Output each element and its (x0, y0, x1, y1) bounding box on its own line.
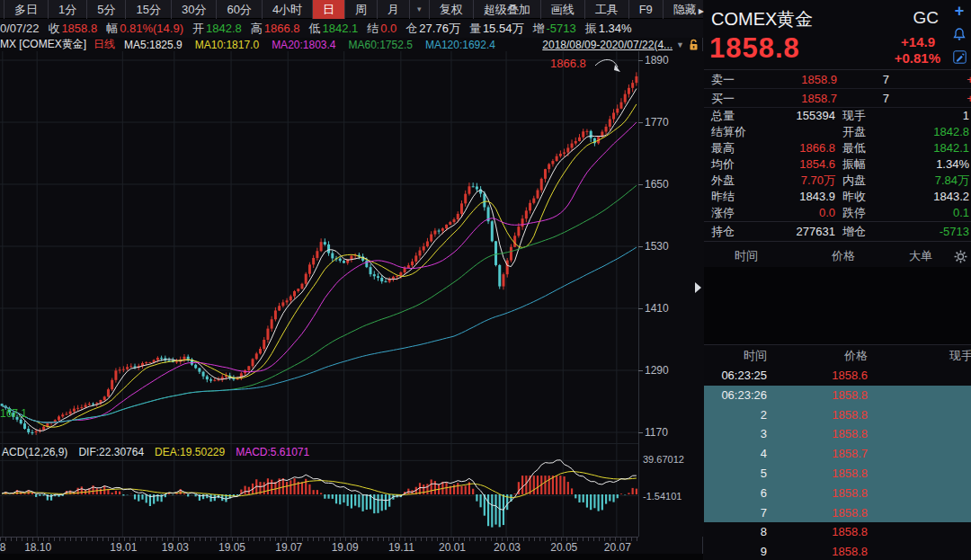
edit-pencil-icon[interactable] (949, 50, 969, 70)
time-sales-row[interactable]: 81858.81 (704, 522, 971, 542)
date-range-label[interactable]: 2018/08/09-2020/07/22(4... (542, 39, 673, 51)
time-axis: 818.1019.0119.0319.0519.0719.0919.1120.0… (0, 537, 638, 554)
period-tab-15分[interactable]: 15分 (126, 0, 171, 19)
macd-axis-min: -1.54101 (643, 491, 681, 502)
ohlc-item: 开1842.8 (192, 21, 242, 37)
ohlc-label: 开 (192, 22, 204, 35)
ohlc-label: 高 (251, 22, 263, 35)
period-tabs: 多日1分5分15分30分60分4小时日周月 (4, 0, 410, 19)
ohlc-info-bar: 0/07/22 收1858.8幅0.81%(14.9)开1842.8高1866.… (0, 19, 703, 38)
time-tick-8: 8 (0, 541, 6, 554)
toolbar-button-5[interactable]: F9 (629, 0, 664, 19)
ma-label: MA10:1817.0 (195, 39, 259, 51)
price-change: +14.9 (901, 34, 935, 49)
period-tab-月[interactable]: 月 (378, 0, 410, 19)
bottom-strip (0, 554, 703, 560)
time-tick-20.03: 20.03 (494, 541, 521, 554)
ts-volume: 1 (876, 366, 971, 386)
price-axis: 1890177016501530141012901170 39.67012 -1… (638, 51, 703, 537)
depth-row-买一[interactable]: 买一1858.77+1 (704, 89, 971, 108)
high-price-annotation: 1866.8 (550, 57, 586, 70)
period-tab-30分[interactable]: 30分 (172, 0, 217, 19)
period-tab-多日[interactable]: 多日 (4, 0, 49, 19)
period-tab-4小时[interactable]: 4小时 (263, 0, 313, 19)
more-periods-caret-icon[interactable]: ▾ (410, 4, 429, 13)
stat-value: 1866.8 (758, 140, 835, 156)
instrument-code: GC (913, 8, 940, 28)
macd-params-label: ACD(12,26,9) (2, 446, 67, 458)
toolbar-button-4[interactable]: 工具 (585, 0, 629, 19)
ts-time: 2 (704, 405, 767, 425)
ts-price: 1858.7 (767, 444, 868, 464)
depth-label: 卖一 (704, 70, 754, 89)
price-tick-1410: 1410 (645, 302, 669, 315)
ts-volume: 2 (876, 444, 971, 464)
stat-label: 最高 (704, 140, 758, 156)
ohlc-item: 结0.0 (367, 21, 396, 37)
ohlc-label: 振 (585, 22, 597, 35)
period-tab-1分[interactable]: 1分 (49, 0, 87, 19)
trading-terminal: 多日1分5分15分30分60分4小时日周月 ▾ 复权超级叠加画线工具F9隐藏▶ … (0, 0, 971, 560)
panel-collapse-arrow[interactable] (695, 282, 701, 293)
time-sales-row[interactable]: 71858.81 (704, 503, 971, 523)
stat-value: 1854.6 (758, 156, 835, 173)
bigorder-col-price: 价格 (758, 245, 855, 267)
ohlc-item: 高1866.8 (251, 21, 300, 37)
indicator-label-bar: MX [COMEX黄金] 日线 MA5:1825.9MA10:1817.0MA2… (0, 38, 703, 51)
stat-value: 0.0 (758, 205, 835, 221)
period-tab-日[interactable]: 日 (313, 0, 345, 19)
ts-volume: 1 (876, 464, 971, 484)
depth-volume: 7 (837, 89, 895, 108)
ts-price: 1858.8 (767, 484, 868, 503)
time-sales-row[interactable]: 91858.81 (704, 542, 971, 560)
ts-price: 1858.8 (767, 542, 868, 560)
ts-time: 06:23:26 (704, 386, 767, 405)
time-sales-row[interactable]: 06:23:251858.61 (704, 366, 971, 386)
unlock-icon[interactable] (688, 39, 699, 51)
price-tick-1530: 1530 (645, 240, 669, 253)
chart-column: 多日1分5分15分30分60分4小时日周月 ▾ 复权超级叠加画线工具F9隐藏▶ … (0, 0, 703, 560)
toolbar-button-3[interactable]: 画线 (541, 0, 585, 19)
stat-label: 内盘 (835, 173, 891, 189)
ma-label: MA60:1752.5 (349, 39, 413, 51)
time-sales-row[interactable]: 31858.83 (704, 424, 971, 444)
low-price-annotation: 167.1 (0, 407, 27, 420)
quote-header: COMEX黄金 GC 1858.8 +14.9 +0.81% + (704, 0, 971, 70)
ts-price: 1858.8 (767, 503, 868, 523)
ts-price: 1858.8 (767, 464, 868, 484)
ts-price: 1858.8 (767, 386, 868, 405)
ts-time: 3 (704, 424, 767, 444)
stat-row: 总量155394现手1 (704, 108, 971, 124)
time-sales-row[interactable]: 51858.81 (704, 464, 971, 484)
quote-panel: COMEX黄金 GC 1858.8 +14.9 +0.81% + 卖一1858.… (704, 0, 971, 560)
ohlc-value: 1866.8 (264, 22, 300, 35)
alert-bell-icon[interactable] (949, 27, 969, 47)
stat-label: 持仓 (704, 222, 758, 242)
time-sales-header: 时间 价格 现手 (704, 345, 971, 366)
ohlc-value: 15.54万 (483, 22, 524, 35)
add-watchlist-icon[interactable]: + (949, 2, 969, 22)
ts-time: 8 (704, 522, 767, 542)
range-caret-icon[interactable]: ▼ (676, 40, 684, 49)
gear-icon[interactable] (954, 249, 967, 271)
stat-value: 1842.1 (891, 140, 969, 156)
last-price: 1858.8 (709, 32, 800, 65)
ma-label: MA120:1692.4 (425, 39, 495, 51)
time-sales-row[interactable]: 41858.72 (704, 444, 971, 464)
period-tab-周[interactable]: 周 (345, 0, 378, 19)
depth-row-卖一[interactable]: 卖一1858.97+1 (704, 70, 971, 89)
toolbar-button-1[interactable]: 复权 (429, 0, 474, 19)
candlestick-chart[interactable] (0, 51, 638, 443)
time-sales-row[interactable]: 06:23:261858.83 (704, 386, 971, 405)
period-tab-5分[interactable]: 5分 (87, 0, 126, 19)
toolbar-button-2[interactable]: 超级叠加 (474, 0, 541, 19)
stat-value (758, 124, 835, 140)
ohlc-value: 1842.1 (323, 22, 359, 35)
price-tick-1170: 1170 (645, 426, 668, 439)
time-sales-row[interactable]: 21858.81 (704, 405, 971, 425)
stat-row: 结算价开盘1842.8 (704, 124, 971, 140)
ohlc-values: 收1858.8幅0.81%(14.9)开1842.8高1866.8低1842.1… (48, 21, 640, 37)
stat-label: 均价 (704, 156, 758, 173)
time-sales-row[interactable]: 61858.81 (704, 484, 971, 503)
period-tab-60分[interactable]: 60分 (217, 0, 262, 19)
